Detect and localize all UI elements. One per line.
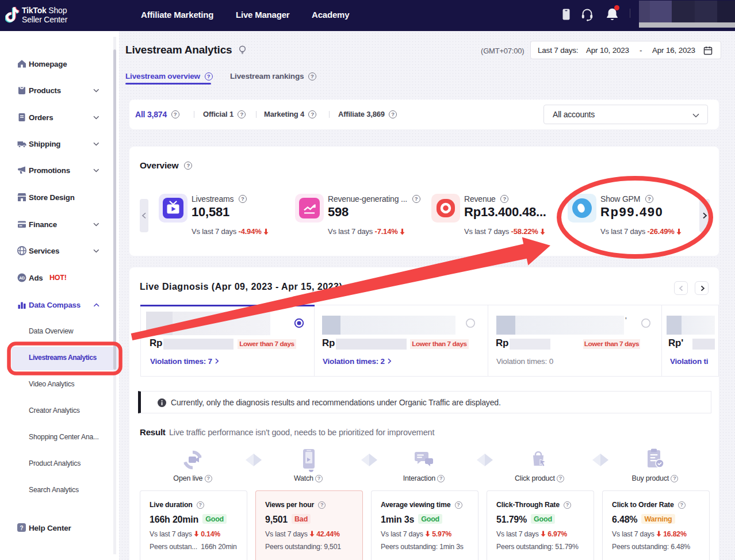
svg-text:AD: AD [19, 276, 25, 280]
svg-text:?: ? [20, 525, 24, 531]
